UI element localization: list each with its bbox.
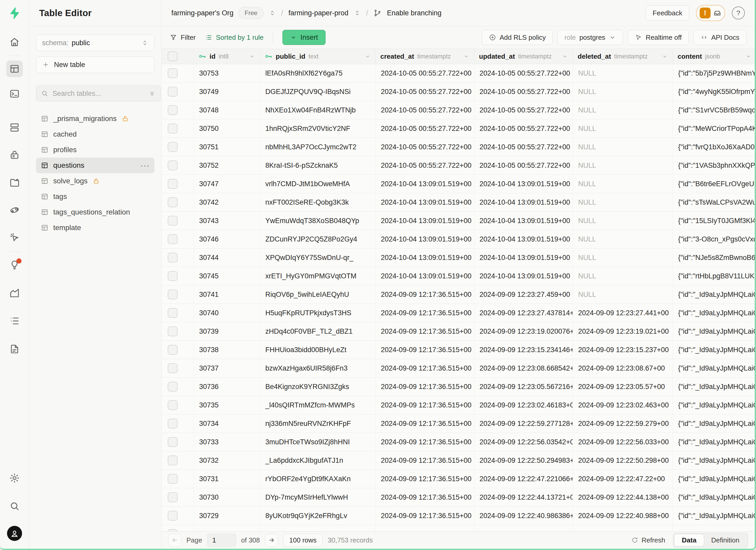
row-checkbox[interactable] — [168, 455, 178, 465]
column-header-updated_at[interactable]: updated_attimestamptz — [474, 49, 573, 64]
cell-content[interactable]: {"id":"_Id9aLyJpMHQLaiQC — [673, 507, 755, 525]
cell-created_at[interactable]: 2024-10-04 13:09:01.519+00 — [376, 175, 474, 193]
logs-icon[interactable] — [6, 313, 23, 329]
cell-content[interactable]: {"id":"_Id9aLyJpMHQLaiQC — [673, 451, 755, 469]
cell-public_id[interactable]: xrETI_HyGY0mPMGVqtOTM — [260, 267, 376, 285]
cell-created_at[interactable]: 2024-09-09 12:17:36.515+00 — [376, 396, 474, 414]
cell-id[interactable]: 30747 — [194, 175, 260, 193]
cell-content[interactable]: {"id":"rtHbLpgB8V11LUK7152 — [673, 267, 755, 285]
cell-deleted_at[interactable]: NULL — [573, 249, 673, 267]
cell-updated_at[interactable]: 2024-10-04 13:09:01.519+00 — [474, 175, 573, 193]
cell-deleted_at[interactable]: NULL — [573, 156, 673, 175]
cell-public_id[interactable]: 3muDHTceTWso9IZj8hHNI — [260, 433, 376, 451]
cell-content[interactable]: {"id":"_Id9aLyJpMHQLaiQC — [673, 378, 755, 396]
cell-updated_at[interactable]: 2024-10-04 13:09:01.519+00 — [474, 267, 573, 285]
row-checkbox[interactable] — [168, 326, 178, 336]
refresh-button[interactable]: Refresh — [631, 536, 665, 544]
cell-public_id[interactable]: H5uqFKpRUTPkjxdysT3HS — [260, 304, 376, 322]
cell-id[interactable]: 30740 — [194, 304, 260, 322]
cell-created_at[interactable]: 2024-10-04 13:09:01.519+00 — [376, 212, 474, 230]
cell-deleted_at[interactable]: NULL — [573, 83, 673, 101]
row-checkbox[interactable] — [168, 529, 178, 531]
cell-deleted_at[interactable]: 2024-09-09 12:22:44.138+00 — [573, 488, 673, 506]
cell-content[interactable]: {"id":"_Id9aLyJpMHQLaiQC — [673, 396, 755, 414]
cell-created_at[interactable]: 2024-09-09 12:17:36.515+00 — [376, 470, 474, 488]
cell-id[interactable]: 30750 — [194, 119, 260, 138]
cell-updated_at[interactable]: 2024-09-09 12:22:50.294983+00 — [474, 451, 573, 469]
cell-created_at[interactable]: 2024-10-05 00:55:27.722+00 — [376, 156, 474, 175]
cell-content[interactable]: {"id":"MeWCriorTPopA4Kc9 — [673, 119, 755, 138]
cell-deleted_at[interactable]: 2024-09-09 12:22:40.988+00 — [573, 507, 673, 525]
cell-updated_at[interactable]: 2024-09-09 12:22:37.955419+00 — [474, 525, 573, 531]
cell-public_id[interactable]: nbMhHL3AP7OcCJymc2wT2 — [260, 138, 376, 156]
schema-select[interactable]: schema: public — [36, 35, 154, 51]
cell-content[interactable]: {"id":"sTsWaLCPsVA2WuK2 — [673, 193, 755, 211]
cell-updated_at[interactable]: 2024-10-04 13:09:01.519+00 — [474, 249, 573, 267]
row-checkbox[interactable] — [168, 105, 178, 115]
cell-id[interactable]: 30745 — [194, 267, 260, 285]
cell-id[interactable]: 30737 — [194, 359, 260, 377]
cell-deleted_at[interactable]: NULL — [573, 193, 673, 211]
row-checkbox[interactable] — [168, 87, 178, 97]
table-editor-icon[interactable] — [6, 61, 23, 77]
sidebar-item-questions[interactable]: questions··· — [36, 158, 154, 173]
cell-deleted_at[interactable]: 2024-09-09 12:22:50.298+00 — [573, 451, 673, 469]
cell-updated_at[interactable]: 2024-10-04 13:09:01.519+00 — [474, 212, 573, 230]
cell-id[interactable]: 30733 — [194, 433, 260, 451]
cell-content[interactable]: {"id":"_Id9aLyJpMHQLaiQC — [673, 414, 755, 433]
cell-public_id[interactable]: YwEmuWdqT38XoSB048QYp — [260, 212, 376, 230]
cell-id[interactable]: 30752 — [194, 156, 260, 175]
cell-updated_at[interactable]: 2024-10-05 00:55:27.722+00 — [474, 156, 573, 175]
cell-created_at[interactable]: 2024-10-04 13:09:01.519+00 — [376, 230, 474, 248]
new-table-button[interactable]: New table — [36, 56, 154, 73]
cell-created_at[interactable]: 2024-09-09 12:17:36.515+00 — [376, 285, 474, 304]
cell-public_id[interactable]: 1hnRQjxSRm2V0VticY2NF — [260, 119, 376, 138]
cell-created_at[interactable]: 2024-10-04 13:09:01.519+00 — [376, 193, 474, 211]
row-checkbox[interactable] — [168, 253, 178, 263]
cell-public_id[interactable]: FHHUioa3bidd00BHyLeZt — [260, 341, 376, 359]
cell-id[interactable]: 30742 — [194, 193, 260, 211]
auth-icon[interactable] — [6, 147, 23, 163]
cell-updated_at[interactable]: 2024-09-09 12:23:05.567216+00 — [474, 378, 573, 396]
cell-id[interactable]: 30730 — [194, 488, 260, 506]
cell-deleted_at[interactable]: 2024-09-09 12:22:37.958+00 — [573, 525, 673, 531]
cell-id[interactable]: 30749 — [194, 83, 260, 101]
cell-updated_at[interactable]: 2024-09-09 12:22:59.277128+00 — [474, 414, 573, 433]
cell-content[interactable]: {"id":"B6tr6eEFLrOVgeUmH — [673, 175, 755, 193]
tab-data[interactable]: Data — [674, 534, 704, 546]
cell-created_at[interactable]: 2024-09-09 12:17:36.515+00 — [376, 341, 474, 359]
cell-updated_at[interactable]: 2024-10-05 00:55:27.722+00 — [474, 83, 573, 101]
cell-deleted_at[interactable]: 2024-09-09 12:23:02.463+00 — [573, 396, 673, 414]
row-checkbox[interactable] — [168, 179, 178, 189]
database-icon[interactable] — [6, 119, 23, 136]
row-checkbox[interactable] — [168, 345, 178, 355]
cell-public_id[interactable]: ZDCunRYJP2CQ5Z8Po2Gy4 — [260, 230, 376, 248]
cell-created_at[interactable]: 2024-10-04 13:09:01.519+00 — [376, 249, 474, 267]
cell-deleted_at[interactable]: NULL — [573, 64, 673, 82]
sidebar-item-cached[interactable]: cached — [36, 126, 154, 142]
cell-updated_at[interactable]: 2024-10-05 00:55:27.722+00 — [474, 64, 573, 82]
cell-public_id[interactable]: vrlh7CMD-JtM1bOweMHfA — [260, 175, 376, 193]
advisors-icon[interactable] — [6, 257, 23, 273]
cell-content[interactable]: {"id":"_Id9aLyJpMHQLaiQC — [673, 322, 755, 340]
cell-content[interactable]: {"id":"_Id9aLyJpMHQLaiQC — [673, 433, 755, 451]
page-number-input[interactable] — [207, 534, 236, 547]
cell-public_id[interactable]: _La6pddxcKJIbgufATJ1n — [260, 451, 376, 469]
supabase-logo-icon[interactable] — [8, 7, 21, 19]
feedback-button[interactable]: Feedback — [646, 5, 689, 21]
project-switcher-icon[interactable] — [354, 9, 361, 17]
cell-id[interactable]: 30728 — [194, 525, 260, 531]
cell-updated_at[interactable]: 2024-10-05 00:55:27.722+00 — [474, 119, 573, 138]
sidebar-item-profiles[interactable]: profiles — [36, 142, 154, 158]
cell-public_id[interactable]: zHDq4c0F0VBF_TL2_dBZ1 — [260, 322, 376, 340]
cell-id[interactable]: 30735 — [194, 396, 260, 414]
sidebar-item-tags[interactable]: tags — [36, 189, 154, 204]
cell-deleted_at[interactable]: NULL — [573, 101, 673, 119]
cell-content[interactable]: {"id":"fvrQ1bXoJ6XaAD08G — [673, 138, 755, 156]
enable-branching-button[interactable]: Enable branching — [387, 9, 441, 17]
api-docs-button[interactable]: API Docs — [693, 30, 746, 45]
cell-created_at[interactable]: 2024-09-09 12:17:36.515+00 — [376, 304, 474, 322]
cell-created_at[interactable]: 2024-09-09 12:17:36.515+00 — [376, 433, 474, 451]
cell-public_id[interactable]: bzwXazHgax6UIR58j6Fn3 — [260, 359, 376, 377]
cell-created_at[interactable]: 2024-10-05 00:55:27.722+00 — [376, 83, 474, 101]
